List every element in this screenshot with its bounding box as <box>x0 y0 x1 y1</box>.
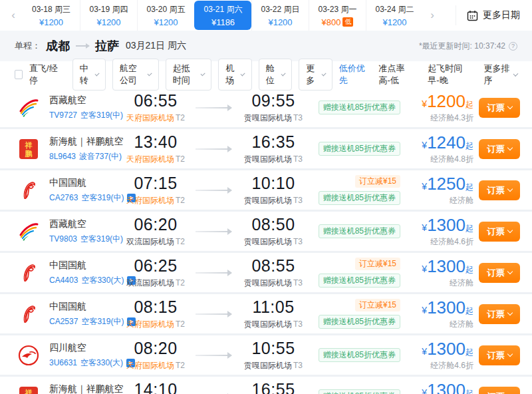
book-button-label: 订票 <box>487 226 505 238</box>
trip-type-label: 单程： <box>15 40 41 52</box>
prev-dates-icon[interactable]: ‹ <box>4 1 23 30</box>
filter-dropdown[interactable]: 中转 <box>72 59 106 91</box>
filter-dropdown-label: 中转 <box>80 63 91 87</box>
airline-logo-tibet <box>16 95 41 120</box>
departure-time: 08:20 <box>118 339 193 358</box>
book-button[interactable]: 订票 <box>479 263 520 283</box>
departure-airport: 天府国际机场T2 <box>118 112 193 124</box>
promo-badges: 赠接送机85折优惠券 <box>313 100 408 114</box>
date-tabs: 03-18 周三 ¥1200 03-19 周四 ¥1200 03-20 周五 ¥… <box>23 0 423 31</box>
date-tab[interactable]: 03-21 周六 ¥1186 <box>194 1 251 30</box>
chevron-down-icon <box>281 71 286 76</box>
airline-logo-sichuan <box>16 343 41 368</box>
sort-option-label: 更多排序 <box>483 63 511 87</box>
filter-dropdown-label: 机场 <box>225 63 237 87</box>
departure-time: 06:25 <box>118 256 193 276</box>
direct-flight-label: 直飞/经停 <box>29 63 61 87</box>
tab-date: 03-21 周六 <box>203 4 242 15</box>
travel-date: 03月21日 周六 <box>126 40 186 52</box>
sort-option[interactable]: 起飞时间早-晚 <box>428 63 471 87</box>
promo-badges: 订立减¥15 赠接送机85折优惠券 <box>313 175 408 205</box>
airline-logo-lucky: 祥鹏 <box>16 384 41 394</box>
departure-block: 14:10 天府国际机场T2 <box>118 380 193 394</box>
flight-number: CA2763 <box>49 193 78 202</box>
airline-logo-airchina <box>16 178 41 203</box>
price-block: ¥1300起 经济舱5.1折 <box>408 380 479 394</box>
svg-text:祥: 祥 <box>25 141 33 149</box>
more-dates-button[interactable]: 更多日期 <box>456 5 528 25</box>
departure-time: 14:10 <box>118 380 193 394</box>
price: ¥1300起 <box>408 256 473 277</box>
date-bar: ‹ 03-18 周三 ¥1200 03-19 周四 ¥1200 03-20 周五… <box>0 0 532 31</box>
direct-flight-checkbox[interactable] <box>15 70 23 79</box>
departure-airport: 天府国际机场T2 <box>118 360 193 371</box>
departure-airport: 天府国际机场T2 <box>118 195 193 206</box>
tab-price: ¥800低 <box>322 17 354 27</box>
price-block: ¥1240起 经济舱4.8折 <box>408 132 479 165</box>
filter-dropdown[interactable]: 机场 <box>218 59 252 91</box>
promo-badges: 赠接送机85折优惠券 <box>313 348 408 362</box>
cabin-class: 经济舱4.3折 <box>408 112 473 124</box>
arrival-airport: 贡嘎国际机场T3 <box>234 112 313 124</box>
promo-badges: 订立减¥15 赠接送机85折优惠券 <box>313 299 408 329</box>
book-button[interactable]: 订票 <box>479 98 520 118</box>
coupon-badge: 赠接送机85折优惠券 <box>319 224 400 238</box>
flight-direction-arrow-icon <box>196 272 231 274</box>
date-tab[interactable]: 03-23 周一 ¥800低 <box>309 0 366 31</box>
price-block: ¥1300起 经济舱 <box>408 297 479 330</box>
airline-name: 西藏航空 <box>49 218 123 230</box>
filter-dropdown[interactable]: 更多 <box>299 59 332 91</box>
discount-badge: 订立减¥15 <box>355 258 400 270</box>
price-block: ¥1300起 经济舱4.6折 <box>408 339 479 371</box>
sort-options: 低价优先 准点率高-低 起飞时间早-晚 更多排序 <box>339 63 517 87</box>
departure-time: 08:15 <box>118 297 193 317</box>
discount-badge: 订立减¥15 <box>355 299 400 311</box>
flight-number: CA2537 <box>49 317 78 326</box>
sort-option[interactable]: 准点率高-低 <box>379 63 416 87</box>
date-tab[interactable]: 03-19 周四 ¥1200 <box>80 0 137 31</box>
discount-badge: 订立减¥15 <box>355 175 400 188</box>
filter-dropdown-label: 航空公司 <box>120 63 144 87</box>
book-button-label: 订票 <box>487 391 505 394</box>
date-tab[interactable]: 03-18 周三 ¥1200 <box>23 0 80 31</box>
book-button[interactable]: 订票 <box>479 304 520 324</box>
chevron-down-icon <box>507 228 512 233</box>
flight-number: TV9727 <box>49 110 77 120</box>
date-tab[interactable]: 03-24 周二 ¥1200 <box>366 0 423 31</box>
flight-number: TV9803 <box>49 234 77 244</box>
book-button[interactable]: 订票 <box>479 345 520 365</box>
coupon-badge: 赠接送机85折优惠券 <box>319 315 400 329</box>
book-button[interactable]: 订票 <box>479 180 520 200</box>
arrival-block: 16:55 贡嘎国际机场T3 <box>234 380 313 394</box>
sort-option[interactable]: 更多排序 <box>483 63 517 87</box>
route-arrow-icon <box>76 45 89 47</box>
coupon-badge: 赠接送机85折优惠券 <box>319 389 400 394</box>
date-tab[interactable]: 03-22 周日 ¥1200 <box>251 0 309 31</box>
airline-logo-lucky: 祥鹏 <box>16 136 41 162</box>
arrival-time: 09:55 <box>234 91 313 110</box>
filter-bar: 直飞/经停 中转 航空公司 起抵时间 机场 舱位 更多 低价优先 准点率高-低 … <box>0 61 532 88</box>
arrival-block: 10:55 贡嘎国际机场T3 <box>234 339 313 371</box>
departure-time: 06:20 <box>118 215 193 234</box>
airline-block: 中国国航 CA2537 空客319(中) ▶ <box>0 301 118 327</box>
filter-dropdown[interactable]: 舱位 <box>259 59 293 91</box>
calendar-icon <box>467 10 478 21</box>
book-button[interactable]: 订票 <box>479 387 520 394</box>
chevron-down-icon <box>507 145 512 150</box>
book-button[interactable]: 订票 <box>479 222 520 242</box>
coupon-badge: 赠接送机85折优惠券 <box>319 191 400 205</box>
filter-dropdown[interactable]: 起抵时间 <box>166 59 212 91</box>
flight-row: 西藏航空 TV9727 空客319(中) ▶ 06:55 天府国际机场T2 09… <box>0 88 532 127</box>
arrival-time: 16:55 <box>234 380 313 394</box>
next-dates-icon[interactable]: › <box>423 1 442 30</box>
tab-date: 03-22 周日 <box>261 4 299 15</box>
info-icon[interactable]: ? <box>509 42 517 51</box>
sort-option[interactable]: 低价优先 <box>339 63 367 87</box>
departure-airport: 天府国际机场T2 <box>118 319 193 330</box>
filter-dropdowns: 中转 航空公司 起抵时间 机场 舱位 更多 <box>72 59 332 91</box>
date-tab[interactable]: 03-20 周五 ¥1200 <box>137 0 194 31</box>
tab-date: 03-20 周五 <box>146 4 185 15</box>
filter-dropdown[interactable]: 航空公司 <box>112 59 159 91</box>
book-button[interactable]: 订票 <box>479 139 520 159</box>
flight-number: CA4403 <box>49 276 78 285</box>
